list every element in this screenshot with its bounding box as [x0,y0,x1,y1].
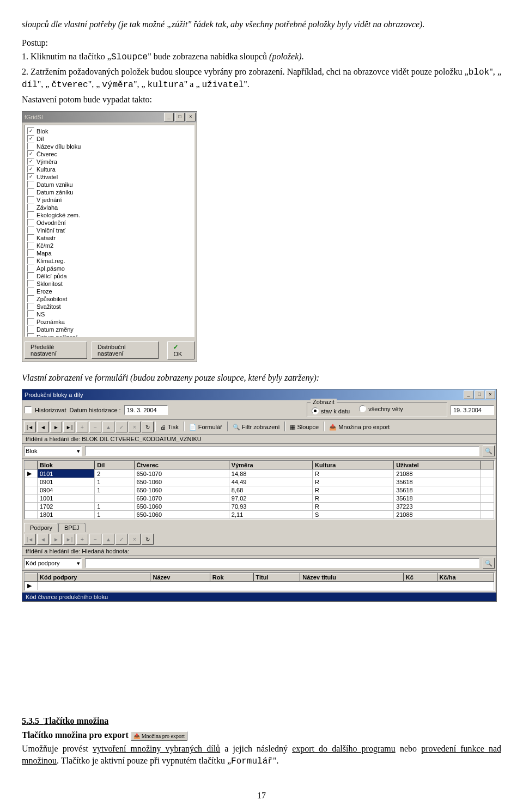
close-icon[interactable]: × [485,390,495,399]
table-row[interactable]: 09011650-106044,49R35618 [25,478,494,486]
checklist-item[interactable]: Výměra [27,158,192,166]
column-header[interactable]: Kč/ha [437,573,494,582]
nav-refresh-icon[interactable]: ↻ [142,422,154,432]
nav-next-icon[interactable]: ► [50,422,62,432]
ok-button[interactable]: OK [167,341,194,359]
checklist-item[interactable]: Díl [27,135,192,143]
checklist-item[interactable]: Ekologické zem. [27,211,192,219]
checkbox-icon[interactable] [27,249,34,257]
checkbox-icon[interactable] [27,295,34,302]
checklist-item[interactable]: Čtverec [27,150,192,158]
historize-checkbox[interactable] [25,406,32,413]
minimize-icon[interactable]: _ [464,390,473,399]
checkbox-icon[interactable] [27,265,34,272]
nav-cancel-icon[interactable]: × [129,422,141,432]
column-header[interactable]: Blok [38,461,95,469]
checkbox-icon[interactable] [27,181,34,188]
main-data-grid[interactable]: BlokDílČtverecVýměraKulturaUživatel ▶010… [24,460,495,520]
nav-last-icon[interactable]: ►| [63,422,75,432]
maximize-icon[interactable]: □ [475,390,484,399]
search-button-2[interactable]: 🔍 [483,558,495,569]
checklist-item[interactable]: Katastr [27,234,192,242]
checklist-item[interactable]: Svažitost [27,303,192,310]
checklist-item[interactable]: Datum zániku [27,188,192,196]
nav-add-icon[interactable]: + [76,534,88,545]
filter-button[interactable]: 🔍 Filtr zobrazení [229,422,284,432]
checkbox-icon[interactable] [27,310,34,318]
columns-button[interactable]: ▦ Sloupce [286,422,323,432]
checklist-item[interactable]: Viniční trať [27,227,192,234]
checklist-item[interactable]: Blok [27,127,192,135]
nav-post-icon[interactable]: ✓ [115,422,127,432]
distribution-settings-button[interactable]: Distribuční nastavení [92,341,159,359]
checkbox-icon[interactable] [27,280,34,287]
column-header[interactable]: Čtverec [134,461,229,469]
checkbox-icon[interactable] [27,219,34,226]
nav-edit-icon[interactable]: ▲ [102,534,114,545]
sub-data-grid[interactable]: Kód podporyNázevRokTitulNázev tituluKčKč… [24,572,495,591]
checklist-item[interactable]: Dělící půda [27,272,192,280]
nav-del-icon[interactable]: − [89,534,101,545]
table-row[interactable]: 18011650-10602,11S21088 [25,511,494,519]
nav-del-icon[interactable]: − [89,422,101,432]
nav-prev-icon[interactable]: ◄ [37,422,49,432]
search-value-input[interactable] [85,446,479,456]
checkbox-icon[interactable] [27,333,34,337]
column-header[interactable]: Titul [253,573,300,582]
radio-vsechny-vety[interactable]: všechny věty [359,405,403,412]
nav-first-icon[interactable]: |◄ [24,534,36,545]
column-header[interactable] [25,573,38,582]
close-icon[interactable]: × [186,113,196,121]
nav-first-icon[interactable]: |◄ [24,422,36,432]
column-checklist[interactable]: BlokDílNázev dílu blokuČtverecVýměraKult… [25,125,194,337]
minimize-icon[interactable]: _ [164,113,174,121]
checklist-item[interactable]: Odvodnění [27,219,192,227]
checkbox-icon[interactable] [27,242,34,249]
checklist-item[interactable]: Klimat.reg. [27,257,192,265]
radio-stav-k-datu[interactable]: stav k datu [312,407,350,414]
export-set-button[interactable]: 📤 Množina pro export [325,422,393,432]
print-button[interactable]: 🖨 Tisk [156,422,183,432]
table-row[interactable]: ▶01012650-107014,88R21088 [25,469,494,478]
checkbox-icon[interactable] [27,196,34,203]
checkbox-icon[interactable] [27,288,34,295]
table-row[interactable]: 09041650-10608,68R35618 [25,486,494,494]
checkbox-icon[interactable] [27,150,34,157]
checkbox-icon[interactable] [27,234,34,241]
checkbox-icon[interactable] [27,158,34,165]
table-row[interactable]: 17021650-106070,93R37223 [25,503,494,511]
checklist-item[interactable]: Mapa [27,249,192,257]
column-header[interactable]: Díl [95,461,134,469]
checklist-item[interactable]: NS [27,310,192,318]
checklist-item[interactable]: Kultura [27,166,192,173]
search-column-combo[interactable]: Blok▾ [24,446,82,456]
column-header[interactable] [25,461,38,469]
date-hist-field[interactable]: 19. 3. 2004 [124,405,168,415]
search-column-combo-2[interactable]: Kód podpory▾ [24,558,82,569]
checkbox-icon[interactable] [27,188,34,196]
checkbox-icon[interactable] [27,272,34,279]
checklist-item[interactable]: Poznámka [27,318,192,326]
checkbox-icon[interactable] [27,135,34,142]
table-row[interactable]: 1001650-107097,02R35618 [25,494,494,503]
checkbox-icon[interactable] [27,257,34,264]
column-header[interactable]: Rok [210,573,253,582]
nav-refresh-icon[interactable]: ↻ [142,534,154,545]
nav-add-icon[interactable]: + [76,422,88,432]
checklist-item[interactable]: Sklonitost [27,280,192,288]
nav-last-icon[interactable]: ►| [63,534,75,545]
checklist-item[interactable]: V jednání [27,196,192,204]
search-button[interactable]: 🔍 [483,445,495,456]
maximize-icon[interactable]: □ [175,113,185,121]
checklist-item[interactable]: Datum změny [27,326,192,333]
checkbox-icon[interactable] [27,227,34,234]
nav-post-icon[interactable]: ✓ [115,534,127,545]
form-button[interactable]: 📄 Formulář [185,422,226,432]
nav-cancel-icon[interactable]: × [129,534,141,545]
column-header[interactable]: Uživatel [394,461,481,469]
checklist-item[interactable]: Datum pořízení [27,333,192,337]
column-header[interactable]: Kód podpory [38,573,150,582]
checkbox-icon[interactable] [27,173,34,180]
checklist-item[interactable]: Název dílu bloku [27,143,192,150]
main-titlebar[interactable]: Produkční bloky a díly _ □ × [22,389,496,400]
